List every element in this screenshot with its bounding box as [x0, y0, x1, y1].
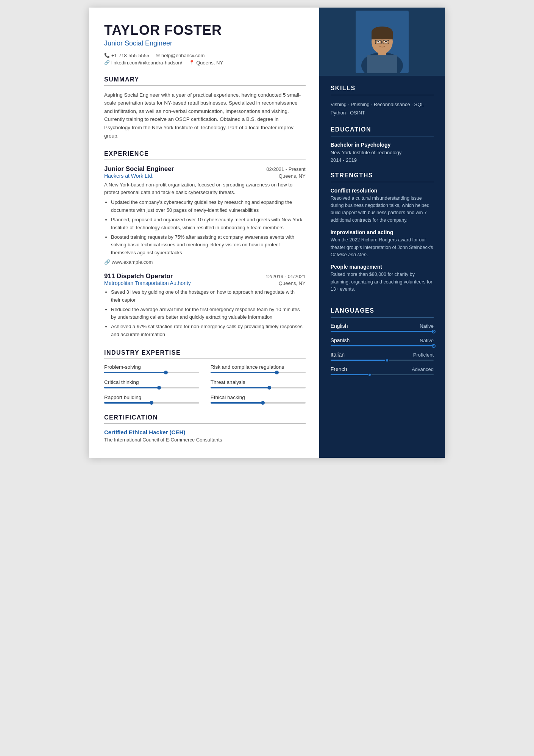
edu-years: 2014 - 2019 [331, 157, 434, 163]
strengths-container: Conflict resolution Resolved a cultural … [331, 188, 434, 293]
summary-text: Aspiring Social Engineer with a year of … [104, 91, 306, 140]
expertise-bar-dot-3 [267, 386, 271, 390]
expertise-bar-fill-2 [104, 387, 159, 388]
expertise-bar-bg-0 [104, 372, 199, 373]
exp-job-title-1: Junior Social Engineer [104, 165, 174, 173]
exp-bullets-1: Updated the company's cybersecurity guid… [104, 199, 306, 257]
expertise-item-2: Critical thinking [104, 379, 199, 388]
strength-desc-0: Resolved a cultural misunderstanding iss… [331, 195, 434, 224]
exp-company-row-2: Metropolitan Transportation Authority Qu… [104, 280, 306, 286]
right-column: SKILLS Vishing · Phishing · Reconnaissan… [319, 8, 445, 458]
lang-header-3: French Advanced [331, 366, 434, 372]
expertise-bar-bg-3 [211, 387, 306, 388]
lang-bar-fill-0 [331, 331, 434, 332]
lang-header-2: Italian Proficient [331, 352, 434, 358]
lang-item-3: French Advanced [331, 366, 434, 375]
expertise-item-3: Threat analysis [211, 379, 306, 388]
bullet-1-2: Boosted training requests by 75% after a… [111, 233, 306, 257]
industry-expertise-title: INDUSTRY EXPERTISE [104, 349, 306, 359]
exp-dates-2: 12/2019 - 01/2021 [265, 274, 306, 279]
strengths-section: STRENGTHS Conflict resolution Resolved a… [319, 163, 445, 293]
skills-text: Vishing · Phishing · Reconnaissance · SQ… [331, 100, 434, 117]
exp-job-title-2: 911 Dispatch Operator [104, 272, 173, 280]
expertise-bar-fill-4 [104, 402, 151, 404]
expertise-item-0: Problem-solving [104, 364, 199, 373]
left-column: TAYLOR FOSTER Junior Social Engineer 📞 +… [89, 8, 319, 458]
expertise-label-4: Rapport building [104, 394, 199, 400]
exp-company-row-1: Hackers at Work Ltd. Queens, NY [104, 173, 306, 179]
location-item: 📍 Queens, NY [189, 60, 223, 66]
lang-bar-bg-3 [331, 374, 434, 375]
exp-item-1: Junior Social Engineer 02/2021 - Present… [104, 165, 306, 265]
edu-school: New York Institute of Technology [331, 149, 434, 157]
lang-level-1: Native [420, 338, 434, 343]
lang-level-2: Proficient [413, 352, 434, 358]
linkedin-value: linkedin.com/in/keandra-hudson/ [111, 60, 182, 66]
svg-point-8 [377, 41, 379, 42]
expertise-bar-fill-5 [211, 402, 263, 404]
expertise-bar-dot-1 [275, 371, 279, 374]
link-icon-exp: 🔗 [104, 259, 110, 265]
lang-name-2: Italian [331, 352, 345, 358]
exp-item-2: 911 Dispatch Operator 12/2019 - 01/2021 … [104, 272, 306, 339]
lang-header-0: English Native [331, 323, 434, 329]
strength-item-1: Improvisation and acting Won the 2022 Ri… [331, 229, 434, 258]
lang-item-2: Italian Proficient [331, 352, 434, 361]
candidate-name: TAYLOR FOSTER [104, 23, 306, 38]
exp-link-1: 🔗 www.example.com [104, 259, 306, 265]
phone-value: +1-718-555-5555 [111, 53, 149, 58]
expertise-bar-fill-1 [211, 372, 277, 373]
location-value: Queens, NY [196, 60, 223, 66]
contact-row-2: 🔗 linkedin.com/in/keandra-hudson/ 📍 Quee… [104, 60, 306, 66]
summary-section: SUMMARY Aspiring Social Engineer with a … [104, 76, 306, 140]
expertise-bar-dot-0 [164, 371, 168, 374]
lang-bar-fill-1 [331, 345, 434, 346]
expertise-item-5: Ethical hacking [211, 394, 306, 404]
svg-point-9 [385, 41, 387, 42]
cert-name: Certified Ethical Hacker (CEH) [104, 429, 306, 435]
expertise-label-0: Problem-solving [104, 364, 199, 370]
exp-header-2: 911 Dispatch Operator 12/2019 - 01/2021 [104, 272, 306, 280]
lang-name-3: French [331, 366, 347, 372]
strength-name-2: People management [331, 264, 434, 270]
exp-desc-1: A New York-based non-profit organization… [104, 181, 306, 196]
lang-level-3: Advanced [412, 366, 434, 372]
resume-container: TAYLOR FOSTER Junior Social Engineer 📞 +… [89, 8, 445, 458]
industry-expertise-section: INDUSTRY EXPERTISE Problem-solving Risk … [104, 349, 306, 404]
bullet-1-1: Planned, proposed and organized over 10 … [111, 216, 306, 232]
education-title: EDUCATION [331, 126, 434, 136]
lang-bar-bg-2 [331, 360, 434, 361]
strength-desc-2: Raised more than $80,000 for charity by … [331, 271, 434, 293]
lang-name-1: Spanish [331, 337, 350, 343]
languages-title: LANGUAGES [331, 307, 434, 318]
education-section: EDUCATION Bachelor in Psychology New Yor… [319, 117, 445, 163]
candidate-title: Junior Social Engineer [104, 39, 306, 47]
email-value: help@enhancv.com [161, 53, 205, 58]
strength-item-2: People management Raised more than $80,0… [331, 264, 434, 293]
exp-company-2: Metropolitan Transportation Authority [104, 280, 191, 286]
expertise-bar-dot-2 [157, 386, 161, 390]
exp-company-1: Hackers at Work Ltd. [104, 173, 153, 179]
strength-name-1: Improvisation and acting [331, 229, 434, 235]
exp-location-1: Queens, NY [279, 173, 306, 179]
expertise-bar-fill-3 [211, 387, 270, 388]
lang-level-0: Native [420, 323, 434, 329]
location-icon: 📍 [189, 60, 195, 65]
exp-location-2: Queens, NY [279, 280, 306, 286]
expertise-bar-bg-4 [104, 402, 199, 404]
skills-section: SKILLS Vishing · Phishing · Reconnaissan… [319, 76, 445, 117]
lang-bar-dot-2 [385, 358, 389, 362]
lang-name-0: English [331, 323, 348, 329]
expertise-bar-bg-1 [211, 372, 306, 373]
bullet-1-0: Updated the company's cybersecurity guid… [111, 199, 306, 214]
certification-section: CERTIFICATION Certified Ethical Hacker (… [104, 414, 306, 443]
lang-bar-dot-1 [432, 344, 436, 348]
phone-icon: 📞 [104, 53, 110, 58]
languages-section: LANGUAGES English Native Spanish Native … [319, 298, 445, 375]
bullet-2-1: Reduced the average arrival time for the… [111, 306, 306, 322]
bullet-2-0: Saved 3 lives by guiding one of the host… [111, 288, 306, 304]
phone-item: 📞 +1-718-555-5555 [104, 53, 149, 58]
cert-org: The International Council of E-Commerce … [104, 437, 306, 443]
link-icon: 🔗 [104, 60, 110, 65]
experience-title: EXPERIENCE [104, 150, 306, 160]
